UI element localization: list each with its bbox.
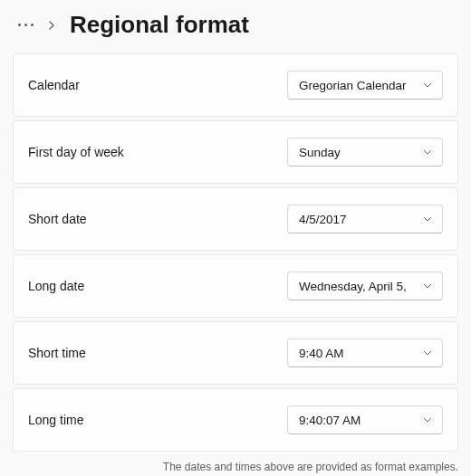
chevron-down-icon: [422, 281, 433, 291]
setting-label: Long time: [28, 413, 83, 427]
header: Regional format: [0, 0, 471, 53]
first-day-dropdown[interactable]: Sunday: [287, 138, 443, 167]
dropdown-value: 9:40 AM: [299, 347, 417, 360]
chevron-down-icon: [422, 214, 433, 224]
setting-label: Short date: [28, 212, 87, 226]
setting-first-day-of-week: First day of week Sunday: [13, 120, 458, 184]
dropdown-value: Wednesday, April 5,: [299, 280, 417, 293]
chevron-right-icon: [44, 18, 59, 33]
setting-label: Calendar: [28, 78, 80, 92]
chevron-down-icon: [422, 147, 433, 157]
dropdown-value: Gregorian Calendar: [299, 79, 417, 92]
settings-list: Calendar Gregorian Calendar First day of…: [0, 53, 471, 452]
dropdown-value: 9:40:07 AM: [299, 414, 417, 427]
calendar-dropdown[interactable]: Gregorian Calendar: [287, 71, 443, 100]
chevron-down-icon: [422, 80, 433, 90]
chevron-down-icon: [422, 347, 433, 358]
setting-label: Long date: [28, 279, 84, 293]
more-icon[interactable]: [14, 20, 37, 30]
setting-short-time: Short time 9:40 AM: [13, 321, 458, 385]
setting-label: Short time: [28, 346, 86, 360]
long-time-dropdown[interactable]: 9:40:07 AM: [287, 405, 443, 434]
setting-short-date: Short date 4/5/2017: [13, 187, 458, 251]
short-time-dropdown[interactable]: 9:40 AM: [287, 338, 443, 367]
dropdown-value: Sunday: [299, 146, 417, 159]
long-date-dropdown[interactable]: Wednesday, April 5,: [287, 271, 443, 300]
setting-calendar: Calendar Gregorian Calendar: [13, 53, 458, 117]
short-date-dropdown[interactable]: 4/5/2017: [287, 205, 443, 233]
footnote: The dates and times above are provided a…: [0, 455, 471, 473]
page-title: Regional format: [70, 11, 249, 39]
dropdown-value: 4/5/2017: [299, 213, 417, 226]
setting-label: First day of week: [28, 145, 124, 159]
setting-long-time: Long time 9:40:07 AM: [13, 388, 458, 452]
chevron-down-icon: [422, 414, 433, 425]
setting-long-date: Long date Wednesday, April 5,: [13, 254, 458, 318]
